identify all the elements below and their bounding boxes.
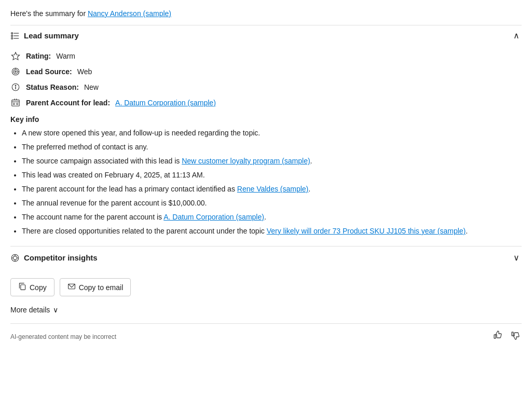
list-item: The account name for the parent account … xyxy=(22,212,522,223)
lead-summary-header: Lead summary ∧ xyxy=(10,25,522,46)
svg-point-9 xyxy=(15,71,17,73)
svg-marker-6 xyxy=(11,52,19,60)
lead-summary-collapse-button[interactable]: ∧ xyxy=(511,30,522,42)
campaign-link[interactable]: New customer loyalty program (sample) xyxy=(182,157,310,165)
svg-point-8 xyxy=(13,70,18,74)
nancy-anderson-link[interactable]: Nancy Anderson (sample) xyxy=(88,9,171,18)
svg-rect-2 xyxy=(11,37,13,39)
svg-rect-0 xyxy=(11,32,13,34)
account-name-link[interactable]: A. Datum Corporation (sample) xyxy=(163,213,264,221)
competitor-insights-header: Competitor insights ∨ xyxy=(10,252,522,264)
rating-value: Warm xyxy=(56,52,75,60)
thumbs-up-button[interactable] xyxy=(492,329,504,344)
key-info-section: Key info A new store opened this year, a… xyxy=(10,115,522,237)
list-item: This lead was created on February 4, 202… xyxy=(22,170,522,181)
copy-to-email-label: Copy to email xyxy=(79,283,124,292)
status-reason-label: Status Reason: xyxy=(26,83,79,91)
competitor-insights-section: Competitor insights ∨ xyxy=(10,246,522,269)
svg-point-22 xyxy=(13,256,17,259)
rene-valdes-link[interactable]: Rene Valdes (sample) xyxy=(237,185,308,193)
rating-field: Rating: Warm xyxy=(10,51,522,61)
building-icon xyxy=(10,98,21,108)
lead-summary-title-group: Lead summary xyxy=(10,31,79,40)
key-info-title: Key info xyxy=(10,115,522,124)
svg-rect-18 xyxy=(17,103,18,105)
lead-source-value: Web xyxy=(77,67,92,76)
lead-source-field: Lead Source: Web xyxy=(10,66,522,77)
thumbs-down-button[interactable] xyxy=(509,329,522,344)
parent-account-link[interactable]: A. Datum Corporation (sample) xyxy=(115,99,216,107)
action-buttons-group: Copy Copy to email xyxy=(10,278,522,296)
competitor-insights-title: Competitor insights xyxy=(24,253,98,262)
opportunity-link[interactable]: Very likely will order 73 Product SKU JJ… xyxy=(267,227,466,235)
lead-source-label: Lead Source: xyxy=(26,67,72,76)
footer: AI-generated content may be incorrect xyxy=(10,323,522,344)
list-item: There are closed opportunities related t… xyxy=(22,226,522,237)
info-icon xyxy=(10,82,21,92)
status-reason-value: New xyxy=(84,83,99,91)
lead-fields-group: Rating: Warm Lead Source: Web Status Rea… xyxy=(10,51,522,108)
target-icon xyxy=(10,66,21,77)
more-details-label: More details xyxy=(10,306,50,314)
intro-text: Here's the summary for Nancy Anderson (s… xyxy=(10,9,522,18)
ai-disclaimer-text: AI-generated content may be incorrect xyxy=(10,333,116,340)
copy-button[interactable]: Copy xyxy=(10,278,54,296)
competitor-insights-title-group: Competitor insights xyxy=(10,253,98,263)
copy-icon xyxy=(18,282,26,292)
parent-account-label: Parent Account for lead: xyxy=(26,99,110,107)
list-item: The annual revenue for the parent accoun… xyxy=(22,198,522,209)
list-item: The parent account for the lead has a pr… xyxy=(22,184,522,195)
rating-label: Rating: xyxy=(26,52,51,60)
svg-rect-1 xyxy=(11,35,13,36)
svg-rect-29 xyxy=(494,335,496,338)
competitor-icon xyxy=(10,253,20,263)
lead-summary-title: Lead summary xyxy=(24,31,79,40)
svg-rect-30 xyxy=(512,332,513,336)
svg-rect-17 xyxy=(13,103,15,105)
list-item: A new store opened this year, and follow… xyxy=(22,128,522,139)
copy-label: Copy xyxy=(30,283,47,292)
svg-rect-15 xyxy=(12,100,19,106)
key-info-list: A new store opened this year, and follow… xyxy=(10,128,522,237)
parent-account-field: Parent Account for lead: A. Datum Corpor… xyxy=(10,98,522,108)
more-details-button[interactable]: More details ∨ xyxy=(10,306,522,314)
competitor-insights-expand-button[interactable]: ∨ xyxy=(511,252,522,264)
lead-summary-icon xyxy=(10,31,20,40)
email-icon xyxy=(67,282,76,292)
svg-point-14 xyxy=(15,85,16,86)
list-item: The source campaign associated with this… xyxy=(22,156,522,167)
more-details-chevron-icon: ∨ xyxy=(53,306,58,314)
list-item: The preferred method of contact is any. xyxy=(22,142,522,153)
feedback-buttons-group xyxy=(492,329,522,344)
star-icon xyxy=(10,51,21,61)
svg-rect-27 xyxy=(21,285,25,290)
status-reason-field: Status Reason: New xyxy=(10,82,522,92)
copy-to-email-button[interactable]: Copy to email xyxy=(60,278,131,296)
